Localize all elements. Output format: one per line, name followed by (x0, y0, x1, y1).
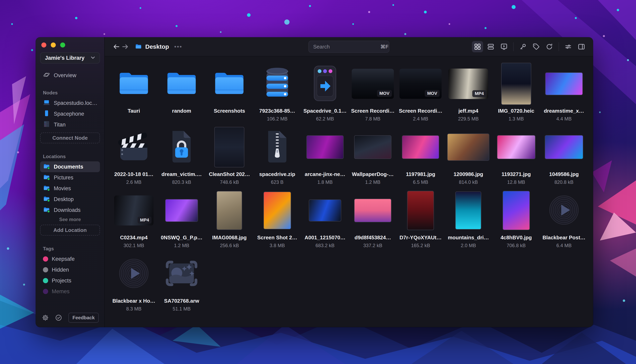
file-card[interactable]: Tauri (110, 62, 158, 126)
file-icon-zone (110, 126, 158, 168)
file-card[interactable]: 4c8hBV0.jpg706.8 kB (492, 189, 540, 252)
grid-view-button[interactable] (472, 41, 483, 52)
file-card[interactable]: IMG_0720.heic1.3 MB (492, 62, 540, 126)
file-card[interactable]: MOVScreen Recordi…7.8 MB (349, 62, 397, 126)
file-card[interactable]: Screen Shot 2…3.8 MB (253, 189, 301, 252)
add-location-button[interactable]: Add Location (40, 225, 100, 236)
file-card[interactable]: Blackbear Post…6.4 MB (540, 189, 588, 252)
media-view-button[interactable] (498, 41, 510, 52)
file-card[interactable]: SA702768.arw51.1 MB (158, 252, 205, 316)
file-card[interactable]: dreamstime_x…4.4 MB (540, 62, 588, 126)
sidebar-location-pictures[interactable]: Pictures (40, 172, 100, 183)
file-card[interactable]: 1049586.jpg820.8 kB (540, 126, 588, 189)
vinyl-icon (549, 195, 579, 226)
sidebar-location-downloads[interactable]: Downloads (40, 205, 100, 216)
file-size: 51.1 MB (173, 306, 191, 312)
file-card[interactable]: dream_victim.…820.3 kB (158, 126, 205, 189)
file-card[interactable]: spacedrive.zip623 B (253, 126, 301, 189)
file-size: 6.4 MB (556, 243, 572, 248)
file-card[interactable]: Screenshots (205, 62, 253, 126)
library-selector[interactable]: Jamie's Library (40, 52, 100, 64)
file-size: 706.8 kB (507, 243, 526, 248)
tag-assign-button[interactable] (530, 41, 542, 52)
tag-label: Hidden (52, 267, 69, 273)
zoom-window-button[interactable] (60, 42, 65, 48)
file-card[interactable]: mountains_dri…2.0 MB (444, 189, 492, 252)
file-size: 1.2 MB (174, 243, 189, 248)
image-thumbnail (545, 72, 583, 95)
folder-options-ellipsis[interactable]: ••• (174, 43, 182, 50)
file-name: jeff.mp4 (458, 108, 479, 114)
file-name: dreamstime_x… (544, 108, 584, 114)
file-name: arcane-jinx-ne… (305, 171, 345, 178)
search-input[interactable] (313, 44, 380, 50)
file-card[interactable]: MP4jeff.mp4229.5 MB (444, 62, 492, 126)
file-size: 106.2 MB (267, 116, 287, 122)
tag-color-dot (43, 256, 48, 262)
tag-color-dot (43, 278, 48, 283)
sidebar-location-movies[interactable]: Movies (40, 183, 100, 194)
sidebar-tag-hidden[interactable]: Hidden (40, 264, 100, 275)
inspector-toggle-button[interactable] (576, 41, 587, 52)
file-card[interactable]: Spacedrive_0.1…62.2 MB (301, 62, 349, 126)
file-icon-zone (301, 126, 349, 168)
lockdoc-icon (166, 128, 197, 166)
file-card[interactable]: 2022-10-18 01…2.6 MB (110, 126, 158, 189)
file-icon-zone (205, 189, 253, 232)
file-name: SA702768.arw (164, 298, 199, 304)
file-card[interactable]: 1200986.jpg814.0 kB (444, 126, 492, 189)
sidebar-node-item[interactable]: Titan (40, 119, 100, 130)
file-icon-zone (205, 62, 253, 105)
sidebar-tag-keepsafe[interactable]: Keepsafe (40, 254, 100, 264)
file-card[interactable]: arcane-jinx-ne…1.8 MB (301, 126, 349, 189)
file-card[interactable]: 1197981.jpg6.5 MB (397, 126, 444, 189)
sidebar-tag-memes[interactable]: Memes (40, 286, 100, 297)
display-options-button[interactable] (563, 41, 574, 52)
sidebar-tag-projects[interactable]: Projects (40, 275, 100, 286)
settings-gear-icon[interactable] (41, 314, 49, 322)
file-card[interactable]: 7923c368-85…106.2 MB (253, 62, 301, 126)
file-card[interactable]: MOVScreen Recordi…2.4 MB (397, 62, 444, 126)
file-card[interactable]: random (158, 62, 205, 126)
file-card[interactable]: 0NSWQ_G_P.p…1.2 MB (158, 189, 205, 252)
image-thumbnail (503, 191, 530, 230)
file-name: CleanShot 202… (209, 171, 250, 178)
file-card[interactable]: CleanShot 202…748.6 kB (205, 126, 253, 189)
file-card[interactable]: IMAG0068.jpg256.6 kB (205, 189, 253, 252)
file-name: Blackbear x Ho… (112, 298, 155, 304)
key-manager-button[interactable] (517, 41, 528, 52)
sidebar-node-item[interactable]: Spacephone (40, 108, 100, 119)
refresh-button[interactable] (544, 41, 555, 52)
file-card[interactable]: Blackbear x Ho…8.3 MB (110, 252, 158, 316)
file-card[interactable]: WallpaperDog-…1.2 MB (349, 126, 397, 189)
back-button[interactable] (112, 42, 121, 51)
file-icon-zone (349, 189, 397, 232)
sidebar-node-item[interactable]: Spacestudio.loc… (40, 98, 100, 108)
file-size: 2.0 MB (461, 243, 476, 248)
file-card[interactable]: A001_1215070…683.2 kB (301, 189, 349, 252)
folder-icon (43, 206, 50, 214)
file-card[interactable]: D7r-YQoXYAUt…165.2 kB (397, 189, 444, 252)
file-name: 1049586.jpg (549, 171, 579, 178)
sidebar-item-overview[interactable]: Overview (40, 70, 100, 81)
sidebar-location-documents[interactable]: Documents (40, 161, 100, 172)
topbar: Desktop ••• ⌘F (105, 37, 593, 56)
breadcrumb[interactable]: Desktop ••• (135, 43, 182, 51)
connect-node-button[interactable]: Connect Node (40, 132, 100, 143)
file-icon-zone (158, 126, 205, 168)
forward-button[interactable] (121, 42, 130, 51)
minimize-window-button[interactable] (51, 42, 56, 48)
format-badge: MP4 (472, 90, 486, 97)
main-pane: Desktop ••• ⌘F (105, 37, 593, 327)
check-circle-icon[interactable] (55, 314, 63, 322)
feedback-button[interactable]: Feedback (68, 313, 99, 323)
list-view-button[interactable] (485, 41, 496, 52)
close-window-button[interactable] (41, 42, 46, 48)
sidebar-location-desktop[interactable]: Desktop (40, 194, 100, 205)
file-card[interactable]: d9d8f453824…337.2 kB (349, 189, 397, 252)
see-more-link[interactable]: See more (40, 216, 100, 224)
file-icon-zone (158, 252, 205, 295)
file-size: 683.2 kB (315, 243, 335, 248)
file-card[interactable]: 1193271.jpg12.8 MB (492, 126, 540, 189)
file-card[interactable]: MP4C0234.mp4302.1 MB (110, 189, 158, 252)
